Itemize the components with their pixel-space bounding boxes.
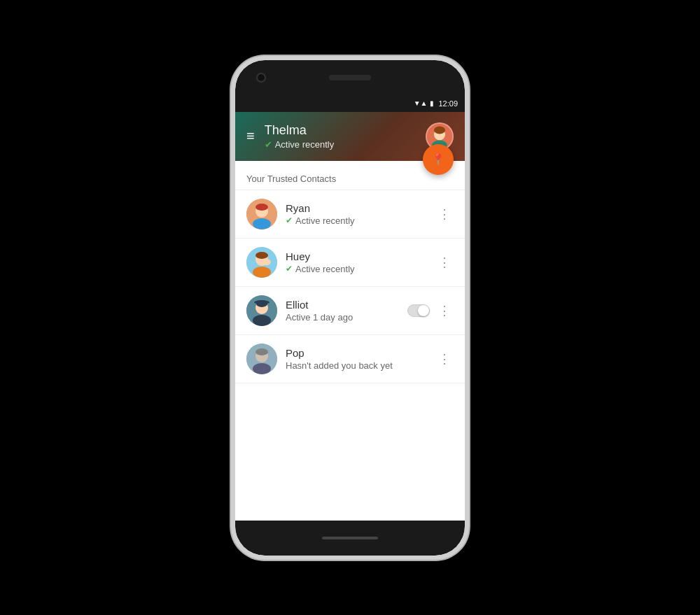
svg-point-17 [253, 315, 271, 326]
phone-shell: ▼▲ ▮ 12:09 ≡ Thelma ✔ Active recently [231, 56, 469, 560]
ryan-status-text: Active recently [295, 215, 355, 226]
status-icons: ▼▲ ▮ 12:09 [414, 99, 458, 108]
svg-point-10 [255, 252, 268, 259]
location-icon: 📍 [431, 153, 445, 166]
svg-point-16 [254, 300, 270, 304]
signal-icon: ▼▲ [414, 99, 428, 107]
contact-item-huey: Huey ✔ Active recently ⋮ [235, 239, 465, 287]
location-fab-button[interactable]: 📍 [423, 144, 454, 175]
ryan-more-button[interactable]: ⋮ [435, 204, 454, 225]
phone-top [235, 60, 465, 95]
svg-point-20 [255, 348, 268, 355]
huey-name: Huey [286, 250, 435, 262]
elliot-status-text: Active 1 day ago [286, 312, 353, 323]
status-time: 12:09 [438, 99, 458, 108]
svg-point-2 [434, 126, 445, 134]
header-title-area: Thelma ✔ Active recently [265, 123, 426, 150]
menu-icon[interactable]: ≡ [246, 128, 255, 144]
header-status-check-icon: ✔ [265, 139, 272, 150]
huey-avatar-svg [246, 247, 277, 278]
pop-status-text: Hasn't added you back yet [286, 360, 393, 371]
phone-speaker [329, 75, 371, 80]
ryan-name: Ryan [286, 202, 435, 214]
pop-name: Pop [286, 347, 435, 359]
elliot-contact-info: Elliot Active 1 day ago [286, 299, 407, 323]
pop-avatar-svg [246, 344, 277, 374]
header-status: ✔ Active recently [265, 139, 426, 150]
avatar-huey [246, 247, 277, 278]
phone-bottom [235, 521, 465, 556]
svg-point-7 [253, 218, 271, 229]
ryan-status-check-icon: ✔ [286, 215, 293, 225]
phone-camera [256, 73, 266, 83]
avatar-pop [246, 344, 277, 374]
ryan-status: ✔ Active recently [286, 215, 435, 226]
status-bar: ▼▲ ▮ 12:09 [235, 95, 465, 112]
elliot-toggle-knob [418, 305, 429, 316]
huey-status: ✔ Active recently [286, 264, 435, 274]
home-indicator [322, 537, 378, 539]
huey-more-button[interactable]: ⋮ [435, 252, 454, 273]
elliot-more-button[interactable]: ⋮ [435, 300, 454, 321]
huey-status-text: Active recently [295, 264, 355, 274]
elliot-toggle[interactable] [407, 304, 430, 317]
elliot-status: Active 1 day ago [286, 312, 407, 323]
avatar-elliot [246, 295, 277, 326]
pop-contact-info: Pop Hasn't added you back yet [286, 347, 435, 371]
svg-point-11 [253, 267, 271, 278]
ryan-avatar-svg [246, 199, 277, 229]
phone-screen: ▼▲ ▮ 12:09 ≡ Thelma ✔ Active recently [235, 95, 465, 521]
elliot-name: Elliot [286, 299, 407, 311]
contact-item-pop: Pop Hasn't added you back yet ⋮ [235, 335, 465, 383]
svg-point-6 [255, 204, 268, 211]
header-status-text: Active recently [275, 139, 335, 150]
svg-point-21 [253, 363, 271, 374]
ryan-contact-info: Ryan ✔ Active recently [286, 202, 435, 226]
huey-contact-info: Huey ✔ Active recently [286, 250, 435, 274]
header-username: Thelma [265, 123, 426, 138]
battery-icon: ▮ [430, 99, 434, 107]
avatar-ryan [246, 199, 277, 229]
contacts-list: Ryan ✔ Active recently ⋮ [235, 190, 465, 521]
pop-more-button[interactable]: ⋮ [435, 348, 454, 369]
huey-status-check-icon: ✔ [286, 264, 293, 274]
pop-status: Hasn't added you back yet [286, 360, 435, 371]
contact-item-ryan: Ryan ✔ Active recently ⋮ [235, 190, 465, 239]
contact-item-elliot: Elliot Active 1 day ago ⋮ [235, 287, 465, 335]
app-header: ≡ Thelma ✔ Active recently [235, 112, 465, 161]
elliot-avatar-svg [246, 295, 277, 326]
